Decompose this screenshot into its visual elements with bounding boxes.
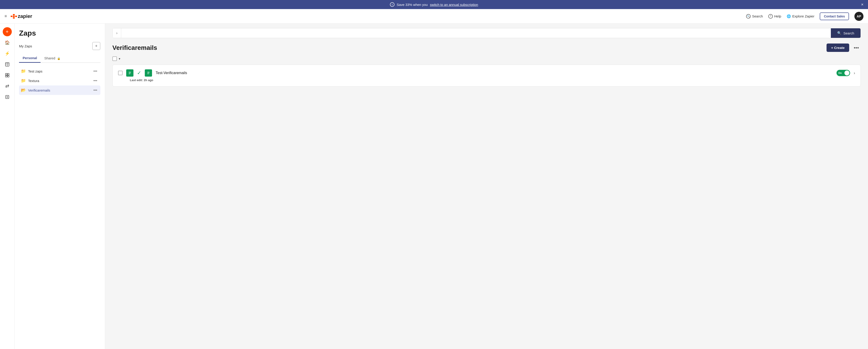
toggle-track[interactable]: On [837, 70, 850, 76]
folder-icon: 📁 [21, 78, 26, 83]
svg-rect-9 [7, 73, 9, 75]
search-circle-icon: 🔍 [837, 31, 841, 35]
globe-icon: 🌐 [787, 14, 791, 18]
sidebar-item-home[interactable]: 🏠 [3, 38, 12, 47]
svg-rect-1 [13, 14, 15, 15]
toggle-label: On [838, 72, 842, 74]
folder-title: Verificaremails [113, 44, 157, 52]
interfaces-icon [5, 73, 9, 77]
add-zap-button[interactable]: + [3, 27, 12, 36]
canvas-icon [5, 95, 9, 99]
create-button[interactable]: + Create [827, 43, 849, 52]
zap-check-icon: ✓ [137, 70, 141, 76]
zapier-logo-icon [11, 14, 17, 19]
search-nav-label: Search [752, 14, 763, 18]
help-nav-button[interactable]: ? Help [768, 14, 781, 19]
tab-shared-lock-icon: 🔒 [57, 57, 61, 60]
folder-header: Verificaremails + Create ••• [113, 43, 861, 52]
add-folder-button[interactable]: + [92, 42, 100, 50]
svg-rect-11 [7, 75, 9, 77]
logo-text: zapier [18, 13, 32, 19]
tabs-row: Personal Shared 🔒 [19, 54, 100, 63]
transfers-icon [5, 84, 9, 88]
contact-sales-button[interactable]: Contact Sales [820, 12, 849, 20]
select-dropdown-button[interactable]: ▾ [119, 57, 120, 61]
sidebar-item-tables[interactable] [3, 60, 12, 69]
tab-personal[interactable]: Personal [19, 54, 40, 63]
my-zaps-label: My Zaps [19, 44, 32, 48]
folder-name: Test zaps [28, 69, 90, 73]
zap-expand-button[interactable]: › [854, 71, 855, 75]
zap-card: ✓ Test-Verificaremails On › Las [113, 65, 861, 87]
hamburger-icon: ≡ [4, 14, 7, 18]
hamburger-menu-button[interactable]: ≡ [4, 14, 7, 19]
folder-icon-active: 📂 [21, 88, 26, 93]
search-input[interactable] [121, 28, 831, 38]
zap-app-icon-google-sheets-1 [126, 69, 133, 76]
folder-more-button[interactable]: ••• [92, 69, 98, 74]
folder-more-button-active[interactable]: ••• [92, 88, 98, 93]
app-body: + 🏠 ⚡ [0, 24, 868, 349]
search-nav-button[interactable]: 🔍 Search [746, 14, 763, 19]
zap-app-icon-google-sheets-2 [145, 69, 152, 76]
help-label: Help [774, 14, 781, 18]
svg-rect-3 [15, 15, 17, 17]
search-bar: › 🔍 Search [113, 28, 861, 38]
folder-name: Textura [28, 79, 90, 83]
tables-icon [5, 62, 9, 67]
left-panel: Zaps My Zaps + Personal Shared 🔒 📁 Test … [14, 24, 105, 349]
banner-link[interactable]: switch to an annual subscription [430, 3, 478, 7]
search-expand-button[interactable]: › [113, 28, 121, 38]
more-options-button[interactable]: ••• [852, 44, 861, 52]
avatar[interactable]: AP [855, 12, 864, 21]
zap-meta: Last edit: 2h ago [118, 78, 855, 82]
svg-rect-4 [13, 15, 15, 17]
banner-text: Save 33% when you [397, 3, 428, 7]
search-nav-icon: 🔍 [746, 14, 751, 19]
svg-rect-2 [13, 17, 15, 19]
promo-banner: i Save 33% when you switch to an annual … [0, 0, 868, 9]
svg-rect-8 [5, 73, 7, 75]
help-icon: ? [768, 14, 773, 19]
top-navigation: ≡ zapier 🔍 Search ? Help 🌐 Explore Zapie… [0, 9, 868, 24]
banner-close-button[interactable]: × [861, 2, 864, 7]
explore-label: Explore Zapier [792, 14, 814, 18]
folder-name-active: Verificaremails [28, 88, 90, 92]
explore-nav-button[interactable]: 🌐 Explore Zapier [787, 14, 814, 18]
zap-last-edit-time: 2h ago [144, 78, 153, 82]
main-content: › 🔍 Search Verificaremails + Create ••• … [105, 24, 868, 349]
sidebar-item-interfaces[interactable] [3, 71, 12, 80]
logo[interactable]: zapier [11, 13, 32, 19]
svg-rect-10 [5, 75, 7, 77]
folder-item-textura[interactable]: 📁 Textura ••• [19, 76, 100, 86]
select-all-checkbox[interactable] [113, 57, 117, 61]
icon-strip: + 🏠 ⚡ [0, 24, 14, 349]
page-title: Zaps [19, 29, 100, 37]
zap-checkbox[interactable] [118, 71, 123, 75]
tab-shared-label: Shared [44, 56, 55, 60]
zap-toggle[interactable]: On [837, 70, 850, 76]
select-all-row: ▾ [113, 57, 861, 61]
zap-name: Test-Verificaremails [156, 71, 833, 75]
svg-rect-0 [11, 15, 12, 17]
sidebar-item-zaps[interactable]: ⚡ [3, 49, 12, 58]
zap-last-edit-label: Last edit: [130, 78, 144, 82]
folder-actions: + Create ••• [827, 43, 861, 52]
my-zaps-row: My Zaps + [19, 42, 100, 50]
toggle-knob [844, 70, 849, 75]
sidebar-item-canvas[interactable] [3, 92, 12, 101]
folder-more-button[interactable]: ••• [92, 78, 98, 83]
zap-row: ✓ Test-Verificaremails On › [118, 69, 855, 76]
search-submit-button[interactable]: 🔍 Search [831, 28, 861, 38]
tab-shared[interactable]: Shared 🔒 [40, 54, 64, 62]
folder-item-verificaremails[interactable]: 📂 Verificaremails ••• [19, 86, 100, 95]
folder-item-test-zaps[interactable]: 📁 Test zaps ••• [19, 66, 100, 76]
folder-icon: 📁 [21, 69, 26, 74]
search-button-label: Search [843, 31, 854, 35]
sidebar-item-transfers[interactable] [3, 82, 12, 91]
info-icon: i [390, 2, 395, 7]
